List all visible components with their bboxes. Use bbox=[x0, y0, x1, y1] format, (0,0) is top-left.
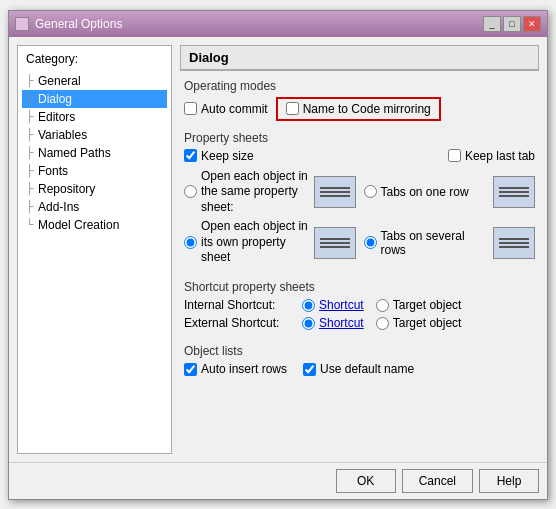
cancel-button[interactable]: Cancel bbox=[402, 469, 473, 493]
operating-modes-row: Auto commit Name to Code mirroring bbox=[184, 97, 535, 121]
auto-commit-label: Auto commit bbox=[201, 102, 268, 116]
internal-target-radio[interactable] bbox=[376, 299, 389, 312]
internal-shortcut-radio[interactable] bbox=[302, 299, 315, 312]
internal-shortcut-options: Shortcut Target object bbox=[302, 298, 461, 312]
object-lists-row: Auto insert rows Use default name bbox=[184, 362, 535, 376]
external-target-radio-option: Target object bbox=[376, 316, 462, 330]
window-icon bbox=[15, 17, 29, 31]
internal-shortcut-label: Internal Shortcut: bbox=[184, 298, 294, 312]
operating-modes-label: Operating modes bbox=[184, 79, 535, 93]
internal-shortcut-row: Internal Shortcut: Shortcut Target objec… bbox=[184, 298, 535, 312]
open-own-radio[interactable] bbox=[184, 236, 197, 249]
operating-modes-section: Operating modes Auto commit Name to Code… bbox=[180, 79, 539, 121]
sidebar-item-addins[interactable]: Add-Ins bbox=[22, 198, 167, 216]
titlebar-controls: _ □ ✕ bbox=[483, 16, 541, 32]
external-shortcut-row: External Shortcut: Shortcut Target objec… bbox=[184, 316, 535, 330]
internal-shortcut-radio-option: Shortcut bbox=[302, 298, 364, 312]
internal-shortcut-link[interactable]: Shortcut bbox=[319, 298, 364, 312]
maximize-button[interactable]: □ bbox=[503, 16, 521, 32]
property-sheets-section: Property sheets Keep size Keep last tab bbox=[180, 131, 539, 271]
sidebar-item-fonts[interactable]: Fonts bbox=[22, 162, 167, 180]
open-same-label: Open each object in the same property sh… bbox=[201, 169, 310, 216]
name-to-code-label: Name to Code mirroring bbox=[303, 102, 431, 116]
auto-commit-checkbox[interactable] bbox=[184, 102, 197, 115]
tabs-several-rows-radio[interactable] bbox=[364, 236, 377, 249]
keep-size-row: Keep size bbox=[184, 149, 254, 163]
tabs-several-rows-label: Tabs on several rows bbox=[381, 229, 490, 257]
general-options-window: General Options _ □ ✕ Category: General … bbox=[8, 10, 548, 500]
open-own-label: Open each object in its own property she… bbox=[201, 219, 310, 266]
sidebar-item-general[interactable]: General bbox=[22, 72, 167, 90]
same-sheet-icon bbox=[314, 176, 356, 208]
sidebar-item-repository[interactable]: Repository bbox=[22, 180, 167, 198]
auto-insert-rows-row: Auto insert rows bbox=[184, 362, 287, 376]
help-button[interactable]: Help bbox=[479, 469, 539, 493]
keep-size-label: Keep size bbox=[201, 149, 254, 163]
window-title-area: General Options bbox=[15, 17, 122, 31]
external-shortcut-radio-option: Shortcut bbox=[302, 316, 364, 330]
object-lists-section: Object lists Auto insert rows Use defaul… bbox=[180, 344, 539, 376]
panel-header: Dialog bbox=[180, 45, 539, 71]
property-sheets-label: Property sheets bbox=[184, 131, 535, 145]
external-shortcut-label: External Shortcut: bbox=[184, 316, 294, 330]
auto-insert-rows-checkbox[interactable] bbox=[184, 363, 197, 376]
external-shortcut-options: Shortcut Target object bbox=[302, 316, 461, 330]
ok-button[interactable]: OK bbox=[336, 469, 396, 493]
sidebar-item-editors[interactable]: Editors bbox=[22, 108, 167, 126]
use-default-name-checkbox[interactable] bbox=[303, 363, 316, 376]
shortcut-section-label: Shortcut property sheets bbox=[184, 280, 535, 294]
internal-target-label: Target object bbox=[393, 298, 462, 312]
use-default-name-row: Use default name bbox=[303, 362, 414, 376]
close-button[interactable]: ✕ bbox=[523, 16, 541, 32]
sidebar-item-variables[interactable]: Variables bbox=[22, 126, 167, 144]
tabs-several-rows-icon bbox=[493, 227, 535, 259]
keep-last-tab-label: Keep last tab bbox=[465, 149, 535, 163]
sidebar-item-model-creation[interactable]: Model Creation bbox=[22, 216, 167, 234]
use-default-name-label: Use default name bbox=[320, 362, 414, 376]
sidebar-item-dialog[interactable]: Dialog bbox=[22, 90, 167, 108]
external-target-label: Target object bbox=[393, 316, 462, 330]
window-title: General Options bbox=[35, 17, 122, 31]
sidebar-item-named-paths[interactable]: Named Paths bbox=[22, 144, 167, 162]
name-to-code-checkbox[interactable] bbox=[286, 102, 299, 115]
minimize-button[interactable]: _ bbox=[483, 16, 501, 32]
main-panel: Dialog Operating modes Auto commit Name … bbox=[180, 45, 539, 454]
external-shortcut-radio[interactable] bbox=[302, 317, 315, 330]
footer: OK Cancel Help bbox=[9, 462, 547, 499]
shortcut-section: Shortcut property sheets Internal Shortc… bbox=[180, 280, 539, 334]
external-shortcut-link[interactable]: Shortcut bbox=[319, 316, 364, 330]
tabs-one-row-label: Tabs on one row bbox=[381, 185, 469, 199]
keep-last-tab-row: Keep last tab bbox=[448, 149, 535, 163]
titlebar: General Options _ □ ✕ bbox=[9, 11, 547, 37]
content-area: Category: General Dialog Editors Variabl… bbox=[9, 37, 547, 462]
own-sheet-icon bbox=[314, 227, 356, 259]
external-target-radio[interactable] bbox=[376, 317, 389, 330]
sidebar-header: Category: bbox=[22, 50, 167, 68]
keep-size-checkbox[interactable] bbox=[184, 149, 197, 162]
name-to-code-box: Name to Code mirroring bbox=[276, 97, 441, 121]
internal-target-radio-option: Target object bbox=[376, 298, 462, 312]
sidebar: Category: General Dialog Editors Variabl… bbox=[17, 45, 172, 454]
tabs-one-row-icon bbox=[493, 176, 535, 208]
auto-insert-rows-label: Auto insert rows bbox=[201, 362, 287, 376]
keep-last-tab-checkbox[interactable] bbox=[448, 149, 461, 162]
tabs-one-row-radio[interactable] bbox=[364, 185, 377, 198]
object-lists-label: Object lists bbox=[184, 344, 535, 358]
auto-commit-row: Auto commit bbox=[184, 102, 268, 116]
open-same-radio[interactable] bbox=[184, 185, 197, 198]
